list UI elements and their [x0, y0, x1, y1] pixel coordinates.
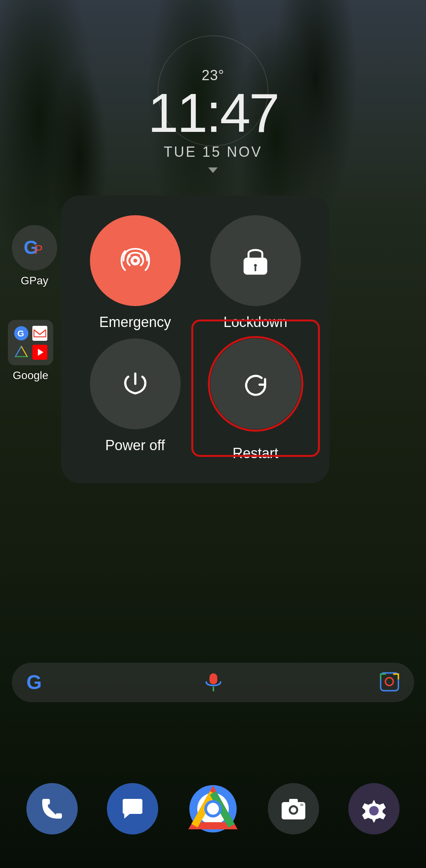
dock-camera-button[interactable] [268, 783, 319, 834]
dock-messages-button[interactable] [107, 783, 158, 834]
svg-point-11 [133, 259, 137, 263]
google-g-icon: G [26, 671, 47, 693]
clock-circle [158, 36, 268, 146]
emergency-button[interactable]: Emergency [81, 215, 189, 331]
chrome-icon [187, 783, 239, 834]
lock-icon [241, 245, 270, 276]
svg-rect-20 [381, 673, 398, 691]
camera-icon [280, 795, 307, 823]
svg-text:G: G [26, 671, 42, 693]
drive-icon [14, 345, 29, 360]
restart-circle-border [208, 336, 303, 432]
gpay-label: GPay [21, 274, 48, 287]
restart-button[interactable]: Restart [201, 338, 310, 462]
google-apps[interactable]: G Google [8, 320, 53, 382]
svg-rect-30 [289, 799, 298, 803]
gpay-icon[interactable]: G P [12, 225, 57, 271]
restart-circle[interactable] [210, 338, 301, 429]
lockdown-button[interactable]: Lockdown [201, 215, 310, 331]
dock-settings-button[interactable] [348, 783, 400, 834]
dock-phone-button[interactable] [26, 783, 78, 834]
youtube-icon [32, 345, 47, 360]
google-label: Google [13, 369, 48, 382]
mic-icon[interactable] [202, 671, 224, 694]
google-lens-icon[interactable] [379, 671, 400, 694]
clock-widget: 23° 11:47 TUE 15 NOV [148, 67, 278, 173]
emergency-label: Emergency [99, 314, 171, 331]
microphone-icon[interactable] [202, 671, 224, 693]
power-off-button[interactable]: Power off [81, 338, 189, 462]
google-icon: G [13, 325, 29, 341]
power-menu: Emergency Lockdown Power off [61, 195, 329, 483]
gmail-icon [32, 326, 47, 341]
date-display: TUE 15 NOV [148, 144, 278, 160]
scroll-down-indicator [208, 167, 218, 173]
phone-icon [38, 795, 66, 823]
lockdown-circle[interactable] [210, 215, 301, 306]
power-icon [120, 368, 151, 400]
svg-marker-5 [15, 346, 27, 357]
emergency-icon [120, 245, 151, 276]
gpay-logo: G P [22, 235, 47, 261]
google-apps-icon[interactable]: G [8, 320, 53, 365]
google-search-logo: G [26, 671, 47, 694]
gpay-app[interactable]: G P GPay [12, 225, 57, 287]
svg-rect-4 [32, 326, 47, 341]
svg-line-7 [21, 346, 27, 357]
dock-chrome-button[interactable] [187, 783, 239, 834]
power-off-label: Power off [105, 437, 165, 454]
svg-line-6 [15, 346, 21, 357]
settings-icon [360, 795, 388, 823]
search-bar[interactable]: G [12, 663, 414, 702]
svg-rect-18 [209, 673, 217, 684]
svg-text:P: P [34, 242, 43, 257]
lockdown-label: Lockdown [223, 314, 287, 331]
restart-label: Restart [232, 445, 278, 462]
lens-icon[interactable] [379, 671, 400, 693]
dock [12, 777, 414, 840]
svg-point-21 [385, 678, 393, 686]
svg-point-32 [369, 806, 379, 815]
svg-text:G: G [17, 329, 24, 338]
svg-rect-31 [300, 804, 303, 806]
emergency-circle[interactable] [90, 215, 181, 306]
svg-point-29 [291, 807, 296, 813]
restart-wrapper [210, 338, 301, 429]
power-off-circle[interactable] [90, 338, 181, 429]
svg-point-26 [207, 803, 219, 815]
messages-icon [119, 795, 146, 823]
